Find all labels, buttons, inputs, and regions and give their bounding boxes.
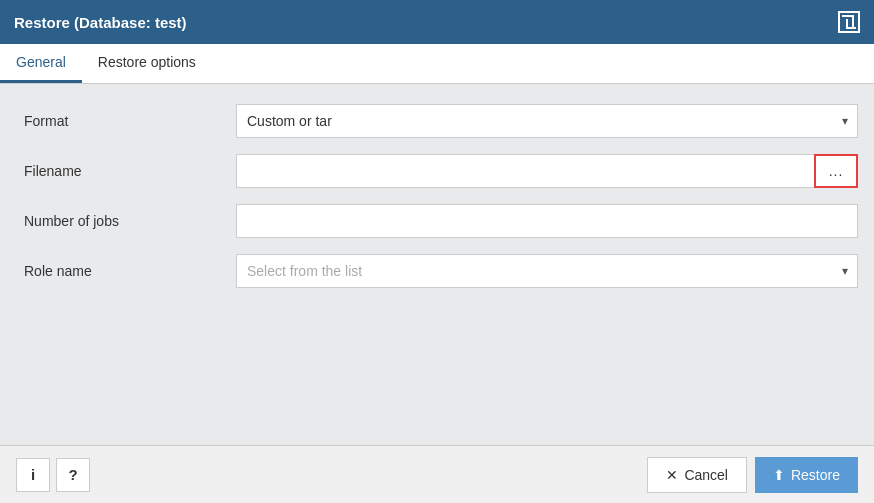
num-jobs-row: Number of jobs <box>16 204 858 238</box>
filename-row: Filename ... <box>16 154 858 188</box>
cancel-icon: ✕ <box>666 467 678 483</box>
role-name-control: Select from the list ▾ <box>236 254 858 288</box>
format-select[interactable]: Custom or tar Directory Plain Tar <box>236 104 858 138</box>
footer-right: ✕ Cancel ⬆ Restore <box>647 457 858 493</box>
tab-bar: General Restore options <box>0 44 874 84</box>
format-label: Format <box>16 113 236 129</box>
form-content: Format Custom or tar Directory Plain Tar… <box>0 84 874 445</box>
title-bar: Restore (Database: test) <box>0 0 874 44</box>
filename-input[interactable] <box>236 154 814 188</box>
restore-button[interactable]: ⬆ Restore <box>755 457 858 493</box>
cancel-button[interactable]: ✕ Cancel <box>647 457 747 493</box>
num-jobs-control <box>236 204 858 238</box>
num-jobs-input[interactable] <box>236 204 858 238</box>
expand-button[interactable] <box>838 11 860 33</box>
format-row: Format Custom or tar Directory Plain Tar… <box>16 104 858 138</box>
dialog-title: Restore (Database: test) <box>14 14 187 31</box>
footer-left: i ? <box>16 458 90 492</box>
num-jobs-label: Number of jobs <box>16 213 236 229</box>
help-button[interactable]: ? <box>56 458 90 492</box>
tab-general[interactable]: General <box>0 44 82 83</box>
info-icon: i <box>31 466 35 483</box>
restore-label: Restore <box>791 467 840 483</box>
filename-label: Filename <box>16 163 236 179</box>
filename-browse-button[interactable]: ... <box>814 154 858 188</box>
help-icon: ? <box>68 466 77 483</box>
footer: i ? ✕ Cancel ⬆ Restore <box>0 445 874 503</box>
role-name-label: Role name <box>16 263 236 279</box>
cancel-label: Cancel <box>684 467 728 483</box>
tab-restore-options[interactable]: Restore options <box>82 44 212 83</box>
format-control: Custom or tar Directory Plain Tar ▾ <box>236 104 858 138</box>
role-name-select[interactable]: Select from the list <box>236 254 858 288</box>
info-button[interactable]: i <box>16 458 50 492</box>
filename-wrapper: ... <box>236 154 858 188</box>
restore-icon: ⬆ <box>773 467 785 483</box>
role-name-row: Role name Select from the list ▾ <box>16 254 858 288</box>
